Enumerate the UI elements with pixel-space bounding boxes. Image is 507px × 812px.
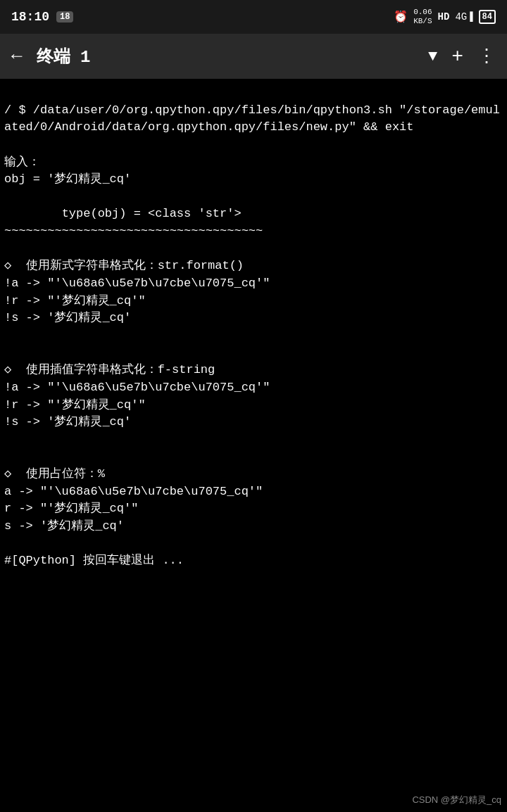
terminal-line: 输入： [4, 154, 503, 172]
time-display: 18:10 [11, 10, 49, 24]
terminal-line: a -> "'\u68a6\u5e7b\u7cbe\u7075_cq'" [4, 483, 503, 501]
terminal-line: !s -> '梦幻精灵_cq' [4, 414, 503, 431]
terminal-line [4, 345, 503, 362]
notification-badge: 18 [56, 11, 73, 23]
back-button[interactable]: ← [11, 46, 23, 67]
alarm-icon: ⏰ [394, 10, 408, 24]
terminal-line: !a -> "'\u68a6\u5e7b\u7cbe\u7075_cq'" [4, 275, 503, 293]
terminal-line: !a -> "'\u68a6\u5e7b\u7cbe\u7075_cq'" [4, 379, 503, 397]
hd-icon: HD [438, 11, 450, 23]
terminal-line [4, 241, 503, 258]
terminal-output: / $ /data/user/0/org.qpython.qpy/files/b… [0, 79, 507, 576]
toolbar: ← 终端 1 ▼ + ⋮ [0, 34, 507, 79]
terminal-line: type(obj) = <class 'str'> [4, 205, 503, 223]
terminal-line: ◇ 使用插值字符串格式化：f-string [4, 362, 503, 379]
terminal-line [4, 137, 503, 154]
menu-button[interactable]: ⋮ [477, 45, 496, 68]
status-bar: 18:10 18 ⏰ 0.06KB/S HD 4G▐ 84 [0, 0, 507, 34]
terminal-line: r -> "'梦幻精灵_cq'" [4, 500, 503, 518]
battery-icon: 84 [479, 10, 496, 24]
terminal-line: s -> '梦幻精灵_cq' [4, 518, 503, 535]
terminal-line [4, 448, 503, 466]
dropdown-button[interactable]: ▼ [428, 48, 437, 65]
watermark: CSDN @梦幻精灵_cq [412, 794, 501, 806]
status-left: 18:10 18 [11, 10, 73, 24]
terminal-line: !s -> '梦幻精灵_cq' [4, 310, 503, 327]
terminal-line: ◇ 使用占位符：% [4, 466, 503, 483]
terminal-line [4, 431, 503, 449]
terminal-line: / $ /data/user/0/org.qpython.qpy/files/b… [4, 102, 503, 137]
add-terminal-button[interactable]: + [451, 46, 463, 68]
signal-icon: 4G▐ [455, 11, 472, 23]
data-speed: 0.06KB/S [413, 8, 432, 26]
terminal-line [4, 189, 503, 206]
terminal-line [4, 327, 503, 345]
terminal-line: ~~~~~~~~~~~~~~~~~~~~~~~~~~~~~~~~~~~~ [4, 223, 503, 241]
terminal-title: 终端 1 [37, 45, 421, 68]
terminal-line: #[QPython] 按回车键退出 ... [4, 552, 503, 570]
terminal-line: ◇ 使用新式字符串格式化：str.format() [4, 258, 503, 275]
terminal-line: !r -> "'梦幻精灵_cq'" [4, 293, 503, 310]
status-right: ⏰ 0.06KB/S HD 4G▐ 84 [394, 8, 496, 26]
terminal-line: obj = '梦幻精灵_cq' [4, 171, 503, 189]
terminal-line: !r -> "'梦幻精灵_cq'" [4, 397, 503, 414]
terminal-line [4, 535, 503, 553]
